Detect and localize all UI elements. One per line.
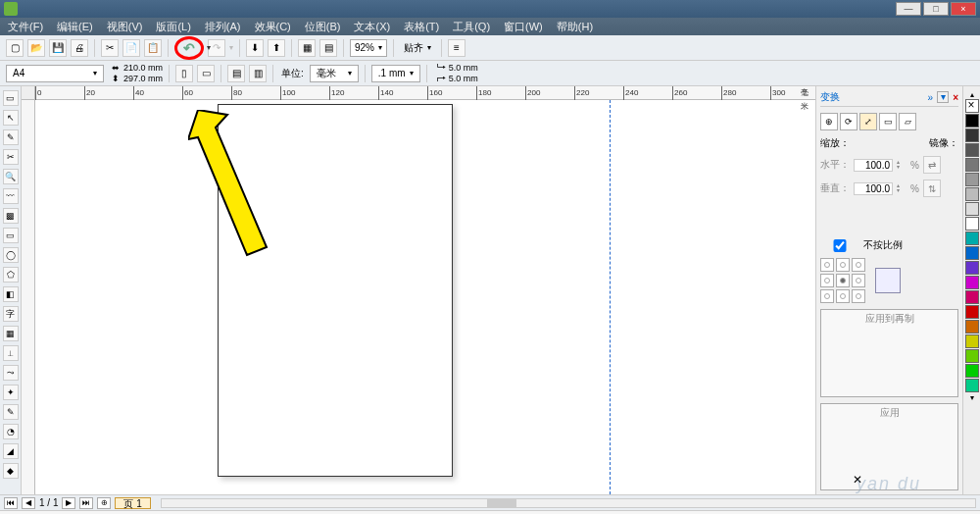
nudge-combo[interactable]: .1 mm ▾ — [371, 65, 420, 82]
scale-v-input[interactable] — [854, 182, 893, 195]
pointer-tool-icon[interactable]: ↖ — [3, 110, 19, 126]
palette-scroll-down-icon[interactable]: ▾ — [970, 393, 974, 402]
zoom-tool-icon[interactable]: 🔍 — [3, 169, 19, 184]
dimension-tool-icon[interactable]: ⟂ — [3, 345, 19, 361]
interactive-fill-icon[interactable]: ◆ — [3, 463, 19, 479]
dx-value[interactable]: 5.0 mm — [449, 63, 478, 73]
current-page-icon[interactable]: ▥ — [249, 65, 267, 82]
all-pages-icon[interactable]: ▤ — [227, 65, 245, 82]
shape-tool-icon[interactable]: ✎ — [3, 129, 19, 145]
next-page-button[interactable]: ▶ — [62, 497, 75, 509]
menu-view[interactable]: 视图(V) — [107, 20, 143, 34]
menu-window[interactable]: 窗口(W) — [504, 20, 543, 34]
last-page-button[interactable]: ⏭ — [79, 497, 93, 509]
docker-collapse-icon[interactable]: » — [928, 92, 934, 103]
rectangle-tool-icon[interactable]: ▭ — [3, 228, 19, 243]
page-tab[interactable]: 页 1 — [115, 497, 150, 509]
tab-scale-icon[interactable]: ⤢ — [859, 113, 877, 130]
interactive-tool-icon[interactable]: ✦ — [3, 385, 19, 400]
outline-tool-icon[interactable]: ◔ — [3, 424, 19, 439]
ellipse-tool-icon[interactable]: ◯ — [3, 247, 19, 263]
connector-tool-icon[interactable]: ⤳ — [3, 365, 19, 381]
app-launcher-icon[interactable]: ▦ — [298, 39, 316, 57]
maximize-button[interactable]: □ — [923, 2, 949, 16]
pick-tool-icon[interactable]: ▭ — [3, 90, 19, 106]
menu-bitmap[interactable]: 位图(B) — [305, 20, 341, 34]
ruler-origin[interactable] — [22, 86, 35, 100]
menu-help[interactable]: 帮助(H) — [557, 20, 593, 34]
undo-dropdown-arrow-icon[interactable]: ▾ — [207, 43, 211, 52]
drawing-canvas[interactable]: 0 20 40 60 80 100 120 140 160 180 200 22… — [22, 86, 815, 494]
export-icon[interactable]: ⬆ — [268, 39, 285, 57]
menu-layout[interactable]: 版面(L) — [156, 20, 190, 34]
color-swatch[interactable] — [965, 128, 979, 142]
open-icon[interactable]: 📂 — [27, 39, 45, 57]
redo-dropdown-arrow-icon[interactable]: ▾ — [229, 43, 233, 52]
print-icon[interactable]: 🖨 — [71, 39, 88, 57]
tab-size-icon[interactable]: ▭ — [879, 113, 897, 130]
menu-text[interactable]: 文本(X) — [354, 20, 390, 34]
nonproportional-checkbox[interactable] — [820, 239, 859, 252]
mirror-v-icon[interactable]: ⇅ — [923, 180, 941, 197]
menu-effects[interactable]: 效果(C) — [255, 20, 291, 34]
color-swatch[interactable] — [965, 349, 979, 363]
spinner-icon[interactable]: ▴▾ — [897, 183, 906, 193]
color-swatch[interactable] — [965, 320, 979, 334]
options-icon[interactable]: ≡ — [448, 39, 466, 57]
color-swatch[interactable] — [965, 114, 979, 128]
color-swatch[interactable] — [965, 290, 979, 304]
tab-skew-icon[interactable]: ▱ — [899, 113, 916, 130]
color-swatch[interactable] — [965, 173, 979, 186]
color-swatch[interactable] — [965, 364, 979, 378]
anchor-grid[interactable] — [820, 258, 865, 303]
crop-tool-icon[interactable]: ✂ — [3, 149, 19, 165]
save-icon[interactable]: 💾 — [49, 39, 67, 57]
undo-highlighted[interactable]: ↶ ▾ — [174, 36, 204, 60]
import-icon[interactable]: ⬇ — [246, 39, 264, 57]
paste-icon[interactable]: 📋 — [144, 39, 162, 57]
freehand-tool-icon[interactable]: 〰 — [3, 188, 19, 204]
basic-shapes-icon[interactable]: ◧ — [3, 286, 19, 302]
table-tool-icon[interactable]: ▦ — [3, 326, 19, 341]
snap-dropdown[interactable]: 贴齐 ▾ — [400, 39, 435, 57]
welcome-icon[interactable]: ▤ — [319, 39, 337, 57]
menu-edit[interactable]: 编辑(E) — [57, 20, 93, 34]
docker-menu-icon[interactable]: ▾ — [937, 91, 949, 103]
prev-page-button[interactable]: ◀ — [22, 497, 35, 509]
menu-arrange[interactable]: 排列(A) — [205, 20, 241, 34]
zoom-combo[interactable]: 92% ▾ — [350, 39, 387, 57]
copy-icon[interactable]: 📄 — [122, 39, 140, 57]
menu-file[interactable]: 文件(F) — [8, 20, 43, 34]
paper-size-combo[interactable]: A4 ▾ — [6, 65, 104, 82]
color-swatch[interactable] — [965, 334, 979, 348]
cut-icon[interactable]: ✂ — [101, 39, 119, 57]
color-swatch[interactable] — [965, 158, 979, 172]
page-width-value[interactable]: 210.0 mm — [123, 63, 163, 73]
vertical-guide[interactable] — [610, 100, 611, 494]
color-swatch[interactable] — [965, 231, 979, 245]
color-swatch[interactable] — [965, 379, 979, 392]
add-page-button[interactable]: ⊕ — [97, 497, 111, 509]
horizontal-ruler[interactable]: 0 20 40 60 80 100 120 140 160 180 200 22… — [35, 86, 815, 100]
horizontal-scrollbar[interactable] — [161, 498, 976, 508]
new-icon[interactable]: ▢ — [6, 39, 24, 57]
color-swatch[interactable] — [965, 143, 979, 157]
minimize-button[interactable]: — — [896, 2, 921, 16]
color-swatch[interactable] — [965, 305, 979, 319]
smart-fill-icon[interactable]: ▩ — [3, 208, 19, 224]
color-swatch[interactable] — [965, 261, 979, 275]
tab-position-icon[interactable]: ⊕ — [820, 113, 838, 130]
unit-combo[interactable]: 毫米 ▾ — [310, 65, 359, 82]
first-page-button[interactable]: ⏮ — [4, 497, 18, 509]
color-swatch[interactable] — [965, 276, 979, 289]
scrollbar-thumb[interactable] — [487, 499, 516, 507]
landscape-icon[interactable]: ▭ — [197, 65, 215, 82]
color-swatch[interactable] — [965, 246, 979, 260]
page-height-value[interactable]: 297.0 mm — [123, 74, 163, 83]
color-swatch[interactable] — [965, 217, 979, 231]
eyedropper-tool-icon[interactable]: ✎ — [3, 404, 19, 420]
scale-h-input[interactable] — [854, 159, 893, 172]
text-tool-icon[interactable]: 字 — [3, 306, 19, 322]
mirror-h-icon[interactable]: ⇄ — [923, 156, 941, 174]
tab-rotate-icon[interactable]: ⟳ — [840, 113, 858, 130]
